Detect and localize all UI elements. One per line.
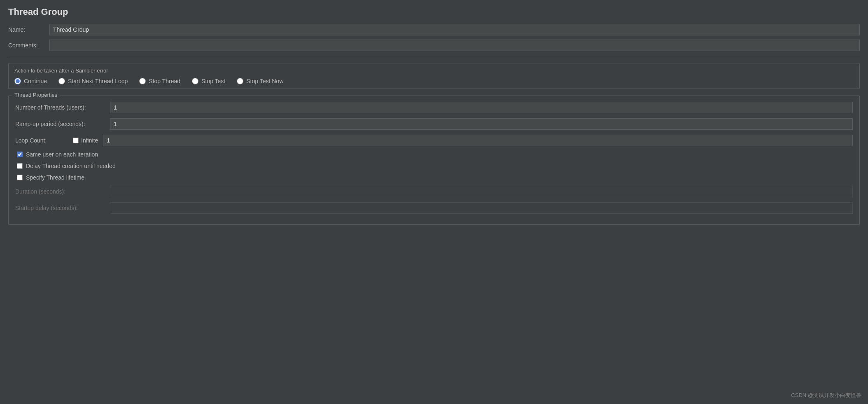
radio-start-next-thread-loop-input[interactable]	[58, 78, 65, 84]
radio-continue-input[interactable]	[14, 78, 21, 84]
radio-group: Continue Start Next Thread Loop Stop Thr…	[14, 78, 854, 84]
loop-count-label: Loop Count:	[15, 137, 73, 144]
comments-input[interactable]	[49, 40, 860, 51]
duration-input	[110, 186, 853, 197]
startup-delay-row: Startup delay (seconds):	[15, 202, 853, 214]
startup-delay-input	[110, 202, 853, 214]
page-title: Thread Group	[8, 7, 860, 17]
ramp-up-label: Ramp-up period (seconds):	[15, 121, 110, 127]
specify-lifetime-label: Specify Thread lifetime	[26, 174, 84, 181]
same-user-label: Same user on each iteration	[26, 151, 98, 158]
radio-stop-test-now-input[interactable]	[237, 78, 243, 84]
name-row: Name:	[8, 24, 860, 35]
startup-delay-label: Startup delay (seconds):	[15, 205, 110, 211]
radio-stop-thread-input[interactable]	[139, 78, 146, 84]
radio-stop-thread-label: Stop Thread	[149, 78, 180, 84]
num-threads-label: Number of Threads (users):	[15, 104, 110, 111]
radio-stop-test-input[interactable]	[192, 78, 198, 84]
specify-lifetime-row: Specify Thread lifetime	[15, 174, 853, 181]
watermark: CSDN @测试开发小白变怪兽	[791, 392, 861, 399]
comments-row: Comments:	[8, 40, 860, 51]
thread-properties-title: Thread Properties	[12, 92, 60, 98]
num-threads-row: Number of Threads (users):	[15, 102, 853, 113]
radio-stop-thread[interactable]: Stop Thread	[139, 78, 180, 84]
radio-stop-test-label: Stop Test	[201, 78, 225, 84]
num-threads-input[interactable]	[110, 102, 853, 113]
radio-stop-test-now-label: Stop Test Now	[246, 78, 283, 84]
name-label: Name:	[8, 26, 49, 33]
delay-thread-row: Delay Thread creation until needed	[15, 163, 853, 169]
sampler-error-title: Action to be taken after a Sampler error	[14, 68, 854, 74]
delay-thread-label: Delay Thread creation until needed	[26, 163, 116, 169]
duration-label: Duration (seconds):	[15, 188, 110, 195]
infinite-label: Infinite	[81, 137, 98, 144]
ramp-up-row: Ramp-up period (seconds):	[15, 118, 853, 130]
specify-lifetime-checkbox[interactable]	[17, 175, 23, 180]
duration-row: Duration (seconds):	[15, 186, 853, 197]
loop-count-input[interactable]	[103, 135, 853, 146]
radio-continue-label: Continue	[24, 78, 47, 84]
radio-start-next-thread-loop-label: Start Next Thread Loop	[68, 78, 128, 84]
radio-stop-test[interactable]: Stop Test	[192, 78, 225, 84]
infinite-checkbox-input[interactable]	[73, 138, 79, 143]
infinite-checkbox-label[interactable]: Infinite	[73, 137, 98, 144]
same-user-checkbox[interactable]	[17, 152, 23, 157]
delay-thread-checkbox[interactable]	[17, 163, 23, 169]
radio-start-next-thread-loop[interactable]: Start Next Thread Loop	[58, 78, 128, 84]
comments-label: Comments:	[8, 42, 49, 49]
thread-properties-group: Thread Properties Number of Threads (use…	[8, 96, 860, 225]
name-input[interactable]	[49, 24, 860, 35]
loop-count-row: Loop Count: Infinite	[15, 135, 853, 146]
radio-continue[interactable]: Continue	[14, 78, 47, 84]
radio-stop-test-now[interactable]: Stop Test Now	[237, 78, 283, 84]
divider-1	[8, 57, 860, 57]
ramp-up-input[interactable]	[110, 118, 853, 130]
same-user-row: Same user on each iteration	[15, 151, 853, 158]
sampler-error-section: Action to be taken after a Sampler error…	[8, 63, 860, 89]
